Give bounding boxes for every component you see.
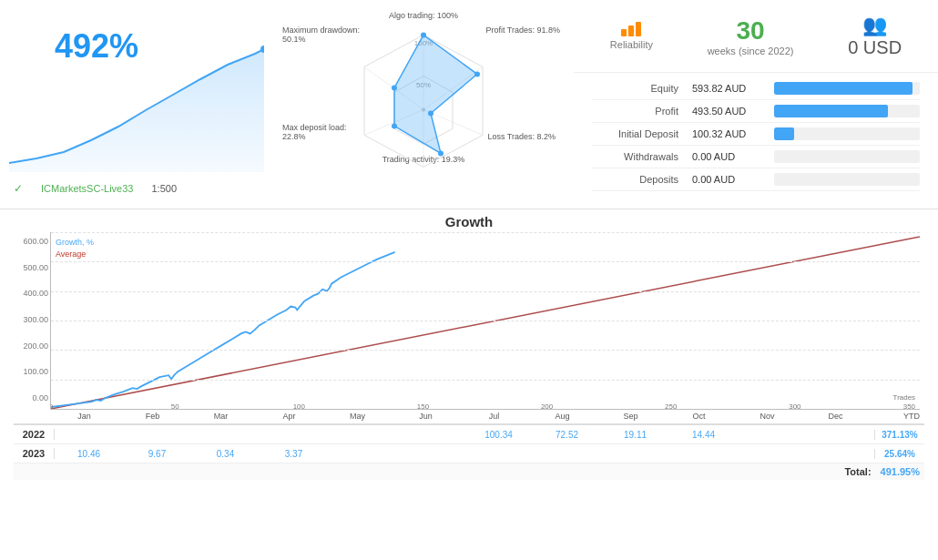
month-oct: Oct [665, 412, 733, 421]
metric-bar-container-2 [774, 127, 920, 140]
radar-label-algo: Algo trading: 100% [389, 11, 458, 20]
y-label-500: 500.00 [14, 263, 48, 272]
y-label-100: 100.00 [14, 367, 48, 376]
grid-line-300 [51, 321, 920, 321]
cell-2022-jul: 100.34 [464, 430, 533, 440]
cell-2022-aug: 72.52 [533, 430, 601, 440]
svg-text:250: 250 [665, 402, 678, 409]
chart-wrapper: 600.00 500.00 400.00 300.00 200.00 100.0… [14, 232, 924, 421]
rel-bar-2 [628, 25, 634, 36]
usd-value: 0 USD [848, 37, 902, 58]
cell-2022-oct: 14.44 [669, 430, 738, 440]
cell-2022-nov [738, 430, 806, 440]
rel-bar-3 [636, 22, 641, 36]
y-axis: 600.00 500.00 400.00 300.00 200.00 100.0… [14, 237, 48, 402]
svg-point-19 [392, 85, 397, 90]
account-info: ✓ ICMarketsSC-Live33 1:500 [14, 182, 177, 195]
metric-row-2: Initial Deposit 100.32 AUD [592, 123, 920, 146]
svg-text:300: 300 [789, 402, 801, 409]
reliability-bars-icon [621, 22, 641, 36]
cell-2023-jun [396, 449, 464, 459]
metric-value-1: 493.50 AUD [692, 106, 774, 117]
metric-value-2: 100.32 AUD [692, 128, 774, 139]
leverage: 1:500 [151, 183, 177, 194]
usd-block: 👥 0 USD [848, 14, 902, 58]
svg-text:Trades: Trades [893, 393, 915, 402]
metric-bar-container-0 [774, 82, 920, 95]
cell-2022-dec [806, 430, 874, 440]
svg-point-14 [421, 32, 426, 37]
cell-2022-feb [123, 430, 191, 440]
top-stats-row: Reliability 30 weeks (since 2022) 👥 0 US… [574, 0, 938, 73]
bottom-section: Growth 600.00 500.00 400.00 300.00 200.0… [0, 209, 938, 484]
svg-point-15 [474, 71, 480, 76]
svg-text:150: 150 [417, 402, 430, 409]
legend-average: Average [56, 249, 94, 260]
cell-2023-jul [464, 449, 533, 459]
metric-bar-container-3 [774, 150, 920, 163]
mini-growth-chart [9, 45, 264, 172]
month-jul: Jul [460, 412, 528, 421]
metric-label-2: Initial Deposit [592, 128, 692, 139]
cell-2022-sep: 19.11 [601, 430, 669, 440]
month-apr: Apr [255, 412, 323, 421]
cell-2023-may [328, 449, 396, 459]
cell-2023-nov [738, 449, 806, 459]
grid-line-500 [51, 261, 920, 262]
svg-text:200: 200 [541, 402, 554, 409]
ytd-header: YTD [870, 412, 920, 421]
cell-2022-may [328, 430, 396, 440]
grid-line-400 [51, 291, 920, 292]
metric-value-0: 593.82 AUD [692, 83, 774, 94]
metrics-table: Equity 593.82 AUD Profit 493.50 AUD Init… [574, 73, 938, 209]
svg-point-18 [392, 123, 397, 128]
total-row: Total: 491.95% [14, 463, 924, 480]
year-row-2023: 2023 10.46 9.67 0.34 3.37 25.64% [14, 444, 924, 463]
radar-panel: Algo trading: 100% Profit Trades: 91.8% … [273, 0, 574, 209]
svg-text:350: 350 [903, 402, 916, 409]
left-panel: 492% ✓ ICMarketsSC-Live33 1:500 [0, 0, 273, 209]
months-row: Jan Feb Mar Apr May Jun Jul Aug Sep Oct … [50, 410, 920, 421]
chart-svg-area: Growth, % Average [50, 232, 920, 410]
metric-row-0: Equity 593.82 AUD [592, 77, 920, 100]
cell-2023-aug [533, 449, 601, 459]
year-2022-cells: 100.34 72.52 19.11 14.44 371.13% [55, 430, 924, 440]
weeks-block: 30 weeks (since 2022) [708, 16, 794, 56]
year-2022-label: 2022 [14, 429, 55, 440]
y-label-600: 600.00 [14, 237, 48, 246]
year-row-2022: 2022 100.34 72.52 19.11 14.44 371.13% [14, 425, 924, 444]
metric-value-4: 0.00 AUD [692, 174, 774, 185]
svg-marker-0 [9, 49, 264, 172]
total-label: Total: [844, 466, 871, 477]
month-feb: Feb [118, 412, 187, 421]
metric-label-0: Equity [592, 83, 692, 94]
y-label-200: 200.00 [14, 341, 48, 351]
month-jun: Jun [392, 412, 460, 421]
metric-row-1: Profit 493.50 AUD [592, 100, 920, 123]
cell-2023-feb: 9.67 [123, 449, 191, 459]
weeks-label: weeks (since 2022) [708, 46, 794, 56]
right-panel: Reliability 30 weeks (since 2022) 👥 0 US… [574, 0, 938, 209]
cell-2022-apr [260, 430, 328, 440]
cell-2023-mar: 0.34 [191, 449, 260, 459]
month-jan: Jan [50, 412, 118, 421]
svg-text:100: 100 [293, 402, 306, 409]
grid-line-600 [51, 232, 920, 233]
rel-bar-1 [621, 29, 627, 36]
y-label-400: 400.00 [14, 289, 48, 298]
chart-legend: Growth, % Average [56, 237, 94, 260]
people-icon: 👥 [848, 14, 902, 37]
y-label-0: 0.00 [14, 393, 48, 402]
checkmark-icon: ✓ [14, 182, 23, 195]
reliability-block: Reliability [610, 22, 653, 50]
metric-value-3: 0.00 AUD [692, 151, 774, 162]
cell-2022-ytd: 371.13% [874, 430, 924, 440]
month-aug: Aug [528, 412, 596, 421]
svg-text:50: 50 [171, 402, 179, 409]
metric-row-3: Withdrawals 0.00 AUD [592, 146, 920, 168]
year-rows: 2022 100.34 72.52 19.11 14.44 371.13% 20… [14, 423, 924, 480]
cell-2023-apr: 3.37 [260, 449, 328, 459]
grid-line-100 [51, 380, 920, 381]
metric-label-1: Profit [592, 106, 692, 117]
cell-2022-jun [396, 430, 464, 440]
